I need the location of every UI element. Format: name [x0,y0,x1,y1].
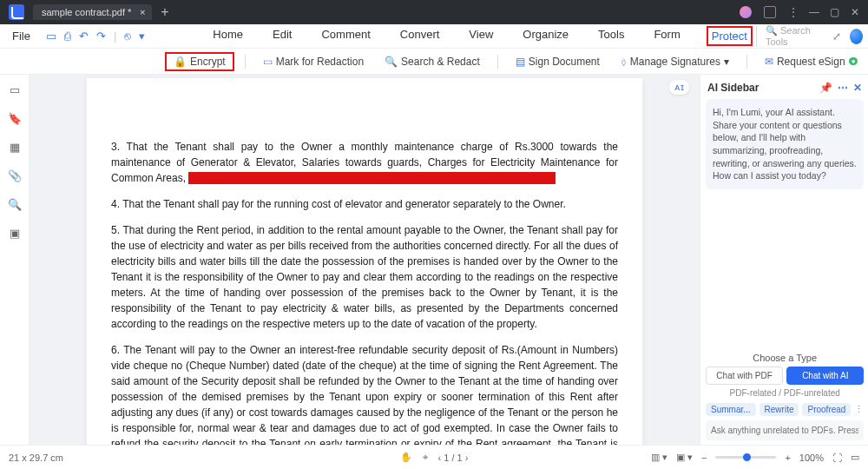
ai-greeting: Hi, I'm Lumi, your AI assistant. Share y… [706,99,864,189]
thumbnails-icon[interactable]: ▭ [10,83,20,96]
chat-note: PDF-related / PDF-unrelated [706,388,864,398]
document-canvas[interactable]: ᴀɪ 3. That the Tenant shall pay to the O… [30,75,700,469]
search-tools[interactable]: 🔍 Search Tools [756,25,824,47]
minimize-icon[interactable]: — [809,6,818,18]
chat-ai-button[interactable]: Chat with AI [786,367,864,385]
ai-prompt-input[interactable] [706,420,864,440]
share-icon[interactable]: ⎋ [124,30,131,43]
new-tab-button[interactable]: + [161,4,168,20]
request-esign-button[interactable]: ✉Request eSign● [758,54,865,69]
menu-edit[interactable]: Edit [269,26,295,46]
protect-toolbar: 🔒Encrypt ▭Mark for Redaction 🔍Search & R… [0,49,868,75]
user-avatar[interactable] [740,6,752,18]
menu-bar: File ▭ ⎙ ↶ ↷ | ⎋ ▾ Home Edit Comment Con… [0,24,868,49]
sidebar-pin-icon[interactable]: 📌 [819,82,832,94]
attachments-icon[interactable]: 📎 [8,169,22,182]
sign-document-button[interactable]: ▤Sign Document [509,54,607,69]
zoom-out-icon[interactable]: − [701,452,707,463]
chat-pdf-button[interactable]: Chat with PDF [706,367,783,385]
expand-icon[interactable]: ⤢ [832,30,841,43]
mark-redaction-button[interactable]: ▭Mark for Redaction [256,54,371,69]
zoom-value[interactable]: 100% [799,452,824,463]
ai-sidebar: AI Sidebar 📌⋯✕ Hi, I'm Lumi, your AI ass… [700,75,868,469]
pdf-page[interactable]: 3. That the Tenant shall pay to the Owne… [87,78,642,469]
dropdown-icon[interactable]: ▾ [139,30,145,43]
menu-comment[interactable]: Comment [318,26,373,46]
file-menu[interactable]: File [5,30,37,43]
maximize-icon[interactable]: ▢ [830,6,838,18]
status-bar: 21 x 29.7 cm ✋ ⌖ ‹ 1 / 1 › ▥ ▾ ▣ ▾ − + 1… [0,445,868,469]
select-tool-icon[interactable]: ⌖ [423,452,428,463]
search-redact-icon: 🔍 [385,56,398,68]
redacted-text: Charges towards cleaning of Common Areas… [188,172,556,184]
redo-icon[interactable]: ↷ [96,30,106,43]
left-panel: ▭ 🔖 ▦ 📎 🔍 ▣ ? [0,75,30,469]
bookmarks-icon[interactable]: 🔖 [8,112,22,125]
menu-home[interactable]: Home [209,26,247,46]
chip-rewrite[interactable]: Rewrite [760,403,799,416]
sidebar-title: AI Sidebar [707,82,759,94]
title-bar: sample contract.pdf *× + ⋮ — ▢ ✕ [0,0,868,24]
sidebar-more-icon[interactable]: ⋯ [838,82,848,94]
menu-protect[interactable]: Protect [707,26,753,46]
layers-icon[interactable]: ▦ [10,141,20,154]
sign-icon: ▤ [516,56,525,68]
more-icon[interactable]: ⋮ [788,6,797,18]
redact-icon: ▭ [263,56,273,68]
chip-more-icon[interactable]: ⋮ [854,404,864,415]
ai-button[interactable]: ᴀɪ [669,80,689,95]
menu-tools[interactable]: Tools [595,26,628,46]
chip-summarize[interactable]: Summar... [706,403,756,416]
lock-icon: 🔒 [174,56,187,68]
fields-icon[interactable]: ▣ [10,227,20,240]
document-tab[interactable]: sample contract.pdf *× [33,4,152,20]
fullscreen-icon[interactable]: ⛶ [832,452,842,463]
account-icon[interactable] [850,29,863,44]
encrypt-button[interactable]: 🔒Encrypt [165,52,234,71]
search-panel-icon[interactable]: 🔍 [8,198,22,211]
close-tab-icon[interactable]: × [140,7,145,17]
undo-icon[interactable]: ↶ [79,30,89,43]
signature-icon: ⎀ [621,56,627,68]
search-redact-button[interactable]: 🔍Search & Redact [378,54,487,69]
hand-tool-icon[interactable]: ✋ [400,452,412,463]
menu-view[interactable]: View [465,26,496,46]
view-mode-icon[interactable]: ▥ ▾ [651,452,667,463]
zoom-slider[interactable] [715,456,776,459]
menu-organize[interactable]: Organize [519,26,572,46]
menu-form[interactable]: Form [650,26,683,46]
close-window-icon[interactable]: ✕ [851,6,859,18]
page-nav[interactable]: ‹ 1 / 1 › [438,452,469,463]
manage-signatures-button[interactable]: ⎀Manage Signatures ▾ [614,54,736,69]
zoom-in-icon[interactable]: + [785,452,790,463]
save-icon[interactable]: ▭ [46,30,56,43]
sidebar-close-icon[interactable]: ✕ [853,82,862,94]
fit-icon[interactable]: ▣ ▾ [676,452,693,463]
window-icon[interactable] [764,6,776,18]
chip-proofread[interactable]: Proofread [802,403,851,416]
page-dimensions: 21 x 29.7 cm [9,452,63,463]
print-icon[interactable]: ⎙ [64,30,71,43]
choose-type-label: Choose a Type [706,353,864,363]
esign-icon: ✉ [765,56,773,68]
app-logo [9,4,24,20]
read-mode-icon[interactable]: ▭ [851,452,859,463]
menu-convert[interactable]: Convert [397,26,444,46]
